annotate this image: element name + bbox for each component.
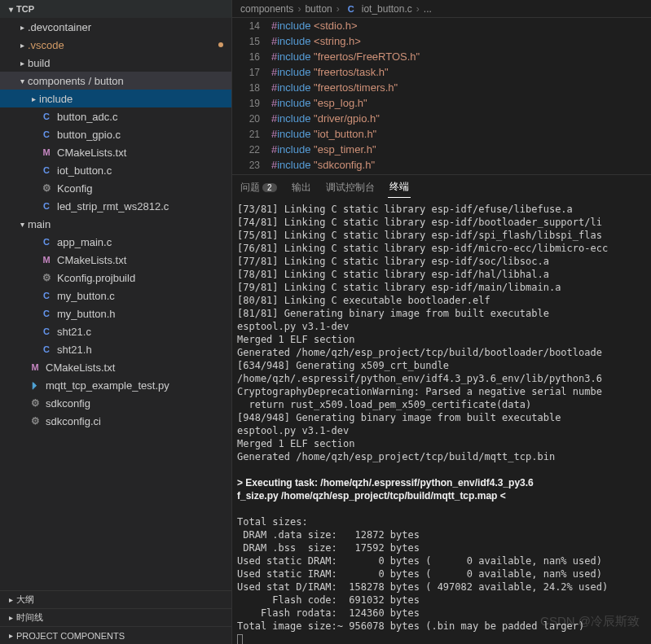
line-number: 15 <box>232 36 271 47</box>
tree-label: .devcontainer <box>28 21 91 33</box>
tree-label: my_button.h <box>57 308 116 320</box>
bottom-panels: ▸大纲▸时间线▸PROJECT COMPONENTS <box>0 590 231 644</box>
code-line[interactable]: 15#include <string.h> <box>232 33 651 49</box>
line-number: 20 <box>232 113 271 125</box>
file-item[interactable]: ⚙sdkconfig <box>0 394 231 412</box>
tree-label: build <box>28 57 50 69</box>
tab-debug[interactable]: 调试控制台 <box>324 177 376 198</box>
c-file-icon: C <box>39 129 54 139</box>
panel-title: 大纲 <box>16 594 34 606</box>
code-line[interactable]: 14#include <stdio.h> <box>232 18 651 33</box>
folder-item[interactable]: ▾TCP <box>0 0 231 18</box>
code-line[interactable]: 18#include "freertos/timers.h" <box>232 80 651 95</box>
folder-item[interactable]: ▾main <box>0 215 231 233</box>
file-item[interactable]: MCMakeLists.txt <box>0 143 231 161</box>
code-line[interactable]: 22#include "esp_timer.h" <box>232 142 651 157</box>
panel-title: 时间线 <box>16 611 43 624</box>
code-line[interactable]: 23#include "sdkconfig.h" <box>232 157 651 173</box>
chevron-icon: ▸ <box>5 631 16 640</box>
chevron-icon: ▾ <box>16 220 28 229</box>
crumb[interactable]: components <box>240 3 293 15</box>
folder-item[interactable]: ▸include <box>0 90 231 107</box>
folder-item[interactable]: ▸.devcontainer <box>0 18 231 36</box>
tab-problems[interactable]: 问题2 <box>239 177 279 198</box>
tree-label: include <box>39 93 73 105</box>
panel-title: PROJECT COMPONENTS <box>16 631 125 641</box>
line-number: 16 <box>232 51 271 63</box>
editor-area: components › button › C iot_button.c › .… <box>232 0 651 644</box>
collapsed-panel[interactable]: ▸PROJECT COMPONENTS <box>0 626 231 644</box>
folder-item[interactable]: ▸build <box>0 54 231 72</box>
tree-label: my_button.c <box>57 290 115 302</box>
file-item[interactable]: ⚙sdkconfig.ci <box>0 412 231 430</box>
code-line[interactable]: 20#include "driver/gpio.h" <box>232 111 651 126</box>
chevron-icon: ▾ <box>5 5 16 14</box>
python-icon: ⏵ <box>28 379 42 391</box>
line-number: 18 <box>232 82 271 94</box>
chevron-icon: › <box>336 3 340 15</box>
chevron-icon: ▸ <box>16 23 28 32</box>
file-item[interactable]: Csht21.h <box>0 340 231 358</box>
chevron-icon: › <box>416 3 420 15</box>
code-line[interactable]: 17#include "freertos/task.h" <box>232 64 651 80</box>
crumb[interactable]: ... <box>424 3 432 15</box>
code-line[interactable]: 21#include "iot_button.h" <box>232 126 651 142</box>
breadcrumb[interactable]: components › button › C iot_button.c › .… <box>232 0 651 18</box>
tree-label: CMakeLists.txt <box>57 147 126 159</box>
file-item[interactable]: Csht21.c <box>0 322 231 340</box>
tree-label: button_adc.c <box>57 111 117 123</box>
file-item[interactable]: ⚙Kconfig.projbuild <box>0 269 231 287</box>
chevron-icon: ▸ <box>16 59 28 68</box>
crumb[interactable]: button <box>305 3 332 15</box>
tab-output[interactable]: 输出 <box>290 177 313 198</box>
line-number: 17 <box>232 67 271 78</box>
tree-label: sht21.h <box>57 344 92 356</box>
folder-item[interactable]: ▾components / button <box>0 72 231 90</box>
c-file-icon: C <box>39 344 54 354</box>
chevron-icon: ▸ <box>5 613 16 622</box>
terminal[interactable]: [73/81] Linking C static library esp-idf… <box>232 199 651 644</box>
tree-label: CMakeLists.txt <box>57 254 126 266</box>
collapsed-panel[interactable]: ▸大纲 <box>0 590 231 608</box>
file-item[interactable]: ⏵mqtt_tcp_example_test.py <box>0 376 231 394</box>
c-file-icon: C <box>39 326 54 336</box>
gear-icon: ⚙ <box>28 397 42 409</box>
crumb[interactable]: iot_button.c <box>362 3 412 15</box>
tree-label: Kconfig.projbuild <box>57 272 135 284</box>
file-item[interactable]: Cmy_button.c <box>0 287 231 304</box>
tree-label: main <box>28 218 51 230</box>
line-number: 19 <box>232 98 271 109</box>
panel-tabs: 问题2 输出 调试控制台 终端 <box>232 175 651 199</box>
file-item[interactable]: ⚙Kconfig <box>0 179 231 197</box>
tree-label: Kconfig <box>57 182 92 195</box>
file-item[interactable]: MCMakeLists.txt <box>0 358 231 376</box>
c-file-icon: C <box>39 112 54 121</box>
m-file-icon: M <box>39 255 54 265</box>
file-item[interactable]: MCMakeLists.txt <box>0 251 231 269</box>
file-item[interactable]: Cbutton_gpio.c <box>0 125 231 143</box>
file-item[interactable]: Cbutton_adc.c <box>0 107 231 125</box>
gear-icon: ⚙ <box>39 272 54 283</box>
tree-label: .vscode <box>28 39 64 51</box>
file-item[interactable]: Capp_main.c <box>0 233 231 251</box>
tab-terminal[interactable]: 终端 <box>388 177 411 198</box>
file-item[interactable]: Cmy_button.h <box>0 304 231 322</box>
tree-label: TCP <box>16 4 34 14</box>
collapsed-panel[interactable]: ▸时间线 <box>0 608 231 626</box>
code-line[interactable]: 19#include "esp_log.h" <box>232 95 651 111</box>
problems-badge: 2 <box>262 183 277 192</box>
tree-label: button_gpio.c <box>57 129 121 141</box>
m-file-icon: M <box>39 147 54 157</box>
tree-label: components / button <box>28 75 124 87</box>
terminal-cursor <box>237 634 243 645</box>
c-file-icon: C <box>39 309 54 318</box>
file-item[interactable]: Cled_strip_rmt_ws2812.c <box>0 197 231 215</box>
file-item[interactable]: Ciot_button.c <box>0 161 231 179</box>
line-number: 23 <box>232 160 271 171</box>
m-file-icon: M <box>28 362 42 372</box>
code-editor[interactable]: 14#include <stdio.h>15#include <string.h… <box>232 18 651 174</box>
code-line[interactable]: 16#include "freertos/FreeRTOS.h" <box>232 49 651 64</box>
tree-label: sht21.c <box>57 326 91 338</box>
tree-label: led_strip_rmt_ws2812.c <box>57 200 169 212</box>
folder-item[interactable]: ▸.vscode <box>0 36 231 54</box>
